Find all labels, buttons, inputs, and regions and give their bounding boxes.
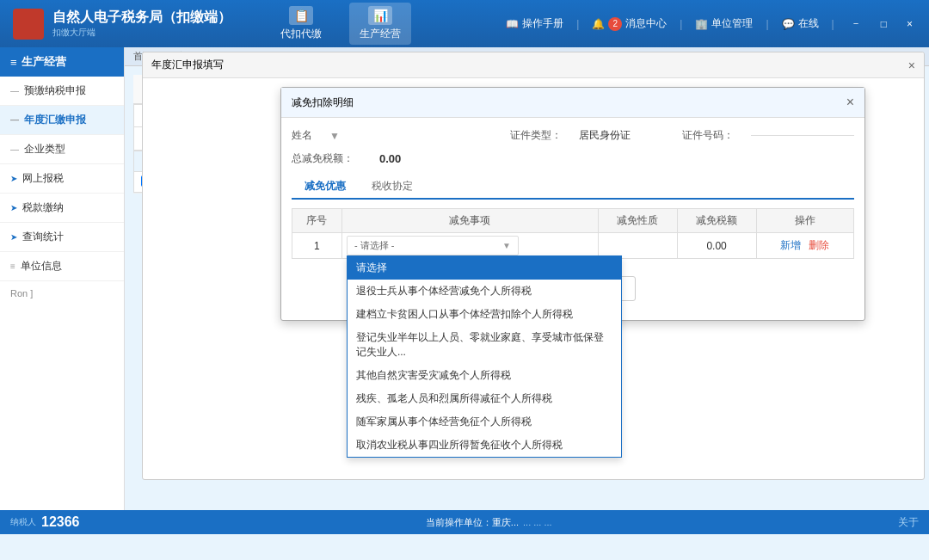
sidebar-item-danwei[interactable]: ≡ 单位信息 [0,252,124,281]
window-maximize[interactable]: □ [877,18,890,30]
chaxun-icon: ➤ [10,232,17,242]
dropdown-placeholder: - 请选择 - [354,239,394,252]
reduction-modal: 减免扣除明细 × 姓名 ▼ 证件类型： 居民身份证 证件号码： [280,87,865,321]
main-layout: ≡ 生产经营 — 预缴纳税申报 — 年度汇缴申报 — 企业类型 ➤ 网上报税 ➤… [0,47,929,510]
nav-shengchan[interactable]: 📊 生产经营 [349,3,411,45]
reduction-body: 姓名 ▼ 证件类型： 居民身份证 证件号码： 总减免税额： 0 [281,118,864,320]
sidebar-item-wangluo[interactable]: ➤ 网上报税 [0,164,124,194]
online-btn[interactable]: 💬 在线 [782,16,819,31]
reduction-modal-close-btn[interactable]: × [846,95,854,110]
messages-icon: 🔔 [592,18,605,30]
row-item-cell: - 请选择 - ▼ 请选择 退役士兵从事个体经营减免个人所得税 建档立卡贫困人口… [341,233,598,259]
manual-btn[interactable]: 📖 操作手册 [506,16,563,31]
reduction-tabs: 减免优惠 税收协定 [292,175,854,200]
dropdown-option-7[interactable]: 取消农业税从事四业所得暂免征收个人所得税 [348,434,621,457]
add-link[interactable]: 新增 [780,239,801,251]
sidebar-item-nianduhui[interactable]: — 年度汇缴申报 [0,106,124,135]
manual-icon: 📖 [506,18,519,30]
main-content: 首页 ▶ 年度汇缴申报 － × 保存 序号 税款所属 企业类型 收入、费用 ✏ … [125,47,929,510]
messages-label: 消息中心 [625,16,667,31]
messages-btn[interactable]: 🔔 2 消息中心 [592,16,667,31]
dropdown-trigger[interactable]: - 请选择 - ▼ [347,236,519,255]
sidebar-item-shuiwu[interactable]: ➤ 税款缴纳 [0,194,124,223]
sidebar-item-danwei-label: 单位信息 [21,259,62,274]
name-label: 姓名 [292,128,312,143]
year-modal-header: 年度汇申报填写 × [143,52,924,78]
window-close[interactable]: × [903,18,916,30]
sidebar-item-shuiwu-label: 税款缴纳 [22,200,64,215]
divider-3: | [766,18,768,30]
dropdown-option-1[interactable]: 退役士兵从事个体经营减免个人所得税 [348,280,621,303]
company-icon: 🏢 [695,18,708,30]
app-header: 自然人电子税务局（扣缴端） 扣缴大厅端 📋 代扣代缴 📊 生产经营 📖 操作手册… [0,0,929,47]
online-icon: 💬 [782,18,795,30]
col-action-header: 操作 [756,209,854,233]
year-modal-close-btn[interactable]: × [908,58,915,72]
total-row: 总减免税额： 0.00 [292,151,854,166]
sidebar-item-yubaoshen[interactable]: — 预缴纳税申报 [0,77,124,106]
app-title: 自然人电子税务局（扣缴端） [52,9,231,27]
reduction-table: 序号 减免事项 减免性质 减免税额 操作 1 [292,208,854,259]
close-about-btn[interactable]: 关于 [898,515,919,530]
reduction-table-row: 1 - 请选择 - ▼ [292,233,854,259]
bottom-bar: 纳税人 12366 当前操作单位：重庆... ... ... ... 关于 [0,510,929,534]
sidebar-item-chaxun-label: 查询统计 [22,230,64,244]
dropdown-option-2[interactable]: 建档立卡贫困人口从事个体经营扣除个人所得税 [348,303,621,326]
delete-link[interactable]: 删除 [809,239,829,251]
shuiwu-icon: ➤ [10,203,17,212]
sidebar-item-qiye[interactable]: — 企业类型 [0,135,124,164]
nav-shengchan-label: 生产经营 [360,27,401,41]
dropdown-option-5[interactable]: 残疾、孤老人员和烈属所得减征个人所得税 [348,387,621,410]
manual-label: 操作手册 [522,16,563,31]
total-value: 0.00 [379,152,401,165]
header-actions: 📖 操作手册 | 🔔 2 消息中心 | 🏢 单位管理 | 💬 在线 | － □ … [506,16,916,31]
year-modal-body: 减免扣除明细 × 姓名 ▼ 证件类型： 居民身份证 证件号码： [143,78,924,479]
sidebar-item-qiye-label: 企业类型 [24,142,65,157]
dropdown-option-3[interactable]: 登记失业半年以上人员、零就业家庭、享受城市低保登记失业人... [348,326,621,364]
company-btn[interactable]: 🏢 单位管理 [695,16,753,31]
reduction-tab-chenghu[interactable]: 减免优惠 [292,175,359,200]
sidebar-header: ≡ 生产经营 [0,47,124,77]
divider-2: | [680,18,682,30]
reduction-tab-shuishou[interactable]: 税收协定 [359,175,426,198]
name-arrow: ▼ [329,130,340,142]
id-number-label: 证件号码： [682,128,734,143]
divider-1: | [576,18,579,30]
nav-dakou-label: 代扣代缴 [280,27,322,41]
sidebar-item-wangluo-label: 网上报税 [22,171,64,186]
row-action-cell: 新增 删除 [756,233,854,259]
app-subtitle: 扣缴大厅端 [52,27,231,39]
bottom-logo-sub: 纳税人 [10,516,36,528]
nav-dakou[interactable]: 📋 代扣代缴 [270,3,332,45]
id-number-value [751,135,854,136]
reduction-modal-header: 减免扣除明细 × [281,88,864,118]
dropdown-list: 请选择 退役士兵从事个体经营减免个人所得税 建档立卡贫困人口从事个体经营扣除个人… [347,255,622,458]
reduction-modal-title: 减免扣除明细 [292,95,354,110]
sidebar-item-nianduhui-label: 年度汇缴申报 [24,113,86,127]
info-row: 姓名 ▼ 证件类型： 居民身份证 证件号码： [292,128,854,143]
row-nature-cell [598,233,677,259]
col-nature-header: 减免性质 [598,209,677,233]
reduction-tab-chenghu-label: 减免优惠 [305,180,346,192]
dropdown-option-selected[interactable]: 请选择 [348,256,621,280]
sidebar-title: 生产经营 [22,54,66,70]
header-nav: 📋 代扣代缴 📊 生产经营 [270,3,411,45]
id-type-label: 证件类型： [510,128,562,143]
dropdown-container: - 请选择 - ▼ 请选择 退役士兵从事个体经营减免个人所得税 建档立卡贫困人口… [347,236,519,255]
bottom-logo-text: 12366 [41,514,80,530]
qiye-icon: — [10,145,19,154]
yubaoshen-icon: — [10,86,19,95]
wangluo-icon: ➤ [10,174,17,183]
dropdown-option-6[interactable]: 随军家属从事个体经营免征个人所得税 [348,410,621,434]
unit-dots: ... ... ... [523,517,552,527]
sidebar-item-chaxun[interactable]: ➤ 查询统计 [0,223,124,252]
window-minimize[interactable]: － [847,16,864,31]
app-logo [13,9,44,40]
col-item-header: 减免事项 [341,209,598,233]
dropdown-option-4[interactable]: 其他自然灾害受灾减免个人所得税 [348,364,621,387]
divider-4: | [832,18,834,30]
dakou-icon: 📋 [289,6,313,25]
id-type-value: 居民身份证 [579,128,631,143]
dropdown-arrow: ▼ [502,241,511,250]
total-label: 总减免税额： [292,151,354,166]
